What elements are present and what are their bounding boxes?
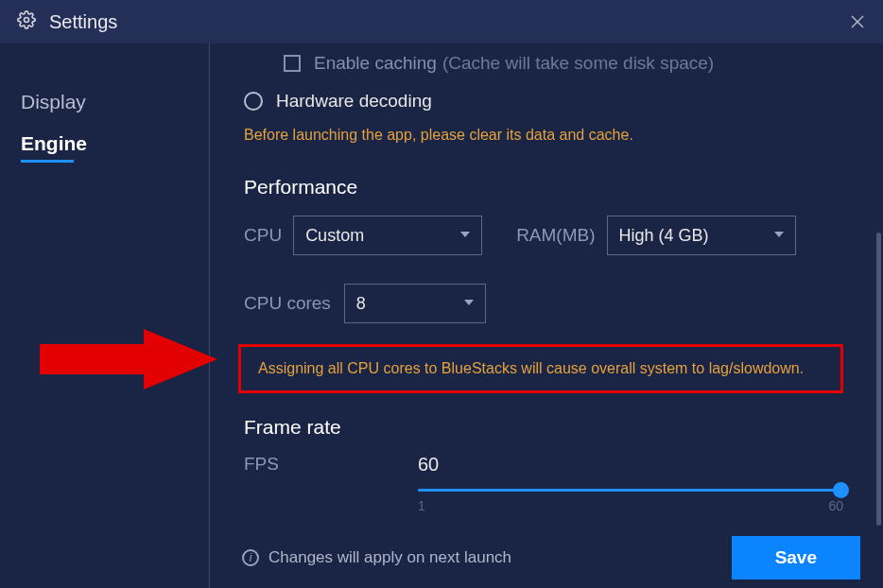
chevron-down-icon (774, 232, 784, 237)
sidebar-item-display[interactable]: Display (0, 81, 209, 123)
chevron-down-icon (464, 300, 474, 305)
gear-icon (17, 10, 36, 33)
slider-track (418, 489, 843, 492)
slider-max: 60 (828, 498, 843, 513)
sidebar: Display Engine (0, 43, 210, 588)
svg-point-0 (25, 18, 29, 23)
content-pane: Enable caching (Cache will take some dis… (210, 43, 883, 588)
cpu-label: CPU (244, 225, 282, 246)
cpu-cores-label: CPU cores (244, 293, 331, 314)
performance-heading: Performance (244, 176, 858, 199)
fps-value: 60 (418, 454, 439, 476)
slider-thumb[interactable] (833, 482, 849, 498)
footer: i Changes will apply on next launch Save (242, 548, 860, 567)
close-icon[interactable] (849, 13, 866, 34)
ram-select-value: High (4 GB) (619, 226, 709, 246)
cpu-select-value: Custom (305, 226, 364, 246)
titlebar: Settings (0, 0, 883, 43)
radio-icon (244, 92, 263, 111)
window-title: Settings (49, 11, 117, 33)
cpu-cores-select[interactable]: 8 (344, 284, 486, 323)
footer-note: Changes will apply on next launch (268, 548, 511, 567)
ram-label: RAM(MB) (516, 225, 595, 246)
frame-rate-heading: Frame rate (244, 416, 858, 439)
chevron-down-icon (460, 232, 470, 237)
enable-caching-checkbox[interactable]: Enable caching (Cache will take some dis… (284, 53, 858, 74)
enable-caching-label: Enable caching (314, 53, 437, 74)
cpu-select[interactable]: Custom (293, 216, 482, 255)
cpu-cores-value: 8 (356, 294, 366, 314)
fps-slider[interactable]: 1 60 (418, 489, 843, 492)
cpu-cores-warning: Assigning all CPU cores to BlueStacks wi… (238, 344, 843, 393)
info-icon: i (242, 549, 259, 566)
enable-caching-hint: (Cache will take some disk space) (442, 53, 714, 74)
save-button[interactable]: Save (732, 536, 860, 579)
sidebar-item-engine[interactable]: Engine (0, 123, 209, 164)
clear-cache-warning: Before launching the app, please clear i… (244, 127, 858, 144)
slider-min: 1 (418, 498, 425, 513)
hardware-decoding-label: Hardware decoding (276, 91, 432, 112)
scrollbar-thumb[interactable] (876, 233, 881, 526)
hardware-decoding-radio[interactable]: Hardware decoding (244, 91, 858, 112)
fps-label: FPS (244, 454, 418, 476)
checkbox-icon (284, 55, 301, 72)
ram-select[interactable]: High (4 GB) (607, 216, 796, 255)
